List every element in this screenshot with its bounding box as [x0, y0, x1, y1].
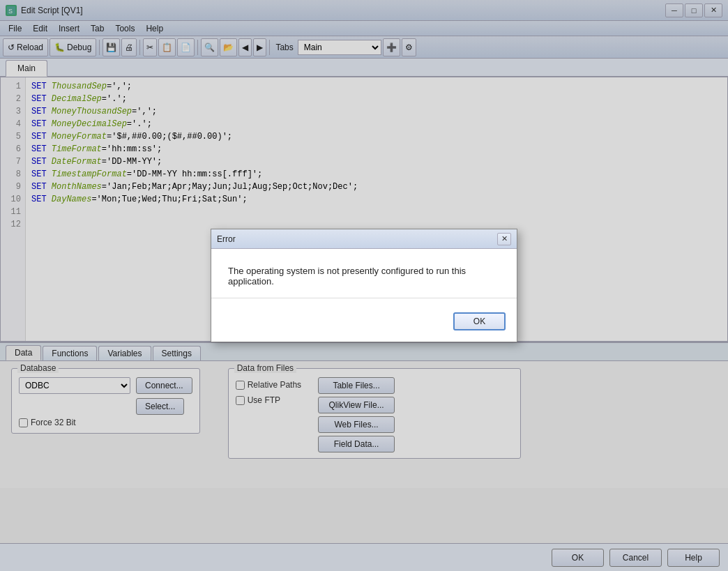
modal-ok-button[interactable]: OK — [453, 312, 506, 330]
modal-title: Error — [217, 234, 497, 244]
modal-overlay: Error ✕ The operating system is not pres… — [0, 0, 728, 571]
modal-separator — [211, 298, 517, 298]
modal-footer: OK — [211, 307, 517, 342]
modal-body: The operating system is not presently co… — [211, 249, 517, 298]
modal-titlebar: Error ✕ — [211, 229, 517, 249]
modal-close-button[interactable]: ✕ — [497, 233, 511, 245]
error-modal: Error ✕ The operating system is not pres… — [211, 229, 517, 342]
modal-message: The operating system is not presently co… — [228, 266, 500, 287]
